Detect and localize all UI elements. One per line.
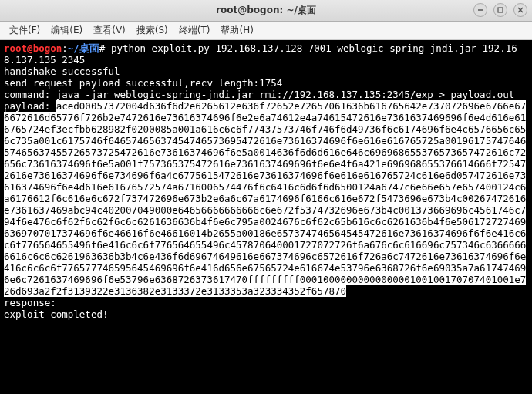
close-button[interactable] [513,3,527,17]
svg-rect-1 [498,8,503,12]
prompt-user: root@bogon [4,42,62,54]
menu-view[interactable]: 查看(V) [89,22,130,39]
output-complete: exploit completed! [4,308,528,320]
prompt-sep: : [62,42,68,54]
prompt-path: ~/桌面 [68,42,99,54]
payload-hex: aced00057372004d636f6d2e6265612e636f7265… [4,100,526,297]
minimize-button[interactable] [473,3,487,17]
output-send: send request payload successful,recv len… [4,77,528,89]
menu-file[interactable]: 文件(F) [5,22,45,39]
window-controls [473,3,527,17]
menu-help[interactable]: 帮助(H) [216,22,258,39]
window-titlebar: root@bogon: ~/桌面 [0,0,532,22]
maximize-button[interactable] [493,3,507,17]
window-title: root@bogon: ~/桌面 [216,4,316,17]
menu-edit[interactable]: 编辑(E) [46,22,87,39]
output-response: response: [4,297,528,308]
menu-search[interactable]: 搜索(S) [132,22,173,39]
menubar: 文件(F) 编辑(E) 查看(V) 搜索(S) 终端(T) 帮助(H) [0,22,532,40]
prompt-hash: # [99,42,106,54]
payload-label: payload: [4,100,56,112]
terminal-output[interactable]: root@bogon:~/桌面# python exploit.py 192.1… [0,40,532,394]
output-command: command: java -jar weblogic-spring-jndi.… [4,89,528,100]
output-handshake: handshake successful [4,66,528,77]
menu-terminal[interactable]: 终端(T) [174,22,215,39]
